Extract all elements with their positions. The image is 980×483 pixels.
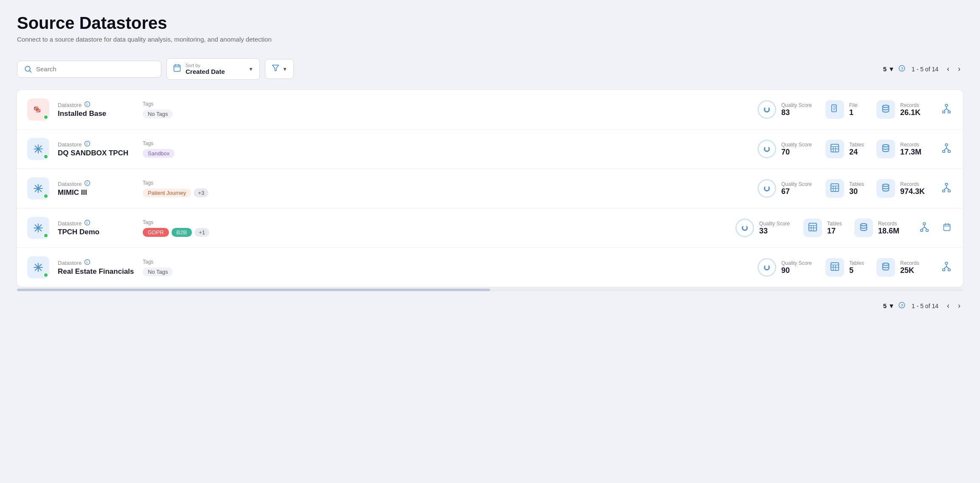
datastore-list: Datastore i Installed Base Tags No Tags	[17, 90, 963, 287]
tag-pill: +1	[194, 228, 209, 237]
file-table-icon-wrap	[825, 179, 844, 198]
records-value: 26.1K	[900, 108, 921, 117]
scrollbar-thumb	[17, 289, 490, 291]
bottom-page-size-chevron: ▼	[888, 302, 895, 309]
tags-wrap: Sandbox	[143, 149, 749, 158]
tag-pill: Sandbox	[143, 149, 175, 158]
calendar-icon[interactable]	[941, 221, 953, 235]
bottom-help-icon[interactable]: ?	[898, 301, 906, 311]
info-icon[interactable]: i	[84, 219, 90, 227]
svg-line-62	[946, 188, 949, 190]
file-count-label: File	[849, 102, 857, 108]
bottom-prev-page-button[interactable]: ‹	[944, 300, 952, 312]
svg-text:i: i	[87, 261, 87, 264]
info-icon[interactable]: i	[84, 259, 90, 267]
calendar-sort-icon	[173, 64, 181, 74]
datastore-icon-wrap	[27, 177, 49, 199]
info-icon[interactable]: i	[84, 180, 90, 188]
svg-rect-100	[943, 269, 945, 271]
datastore-type-label: Datastore	[58, 141, 82, 148]
svg-text:?: ?	[901, 303, 903, 307]
svg-rect-39	[943, 150, 945, 152]
svg-rect-21	[948, 111, 951, 113]
info-icon[interactable]: i	[84, 101, 90, 109]
page-size-selector[interactable]: 5 ▼	[883, 65, 895, 73]
file-table-icon-wrap	[803, 219, 822, 237]
records-value: 17.3M	[900, 148, 921, 157]
svg-point-37	[883, 145, 889, 147]
svg-point-48	[37, 188, 39, 189]
datastore-row[interactable]: Datastore i DQ SANDBOX TPCH Tags Sandbox	[17, 129, 963, 169]
datastore-info: Datastore i DQ SANDBOX TPCH	[58, 140, 134, 157]
records-icon-wrap	[876, 179, 895, 198]
svg-rect-40	[948, 150, 951, 152]
datastore-row[interactable]: Datastore i Real Estate Financials Tags …	[17, 248, 963, 287]
datastore-row[interactable]: Datastore i TPCH Demo Tags GDPRB2B+1	[17, 208, 963, 248]
sort-box-inner: Sort by Created Date	[186, 63, 244, 75]
status-dot	[43, 233, 48, 238]
file-count-value: 5	[849, 266, 864, 275]
tags-label: Tags	[143, 219, 727, 225]
svg-rect-19	[945, 104, 948, 106]
datastore-name: DQ SANDBOX TPCH	[58, 149, 134, 157]
svg-line-80	[922, 227, 924, 230]
datastore-type-label: Datastore	[58, 220, 82, 227]
file-tables-metric: Tables 30	[825, 179, 868, 198]
prev-page-button[interactable]: ‹	[944, 63, 952, 75]
quality-score-label: Quality Score	[781, 181, 812, 187]
file-table-icon-wrap	[825, 140, 844, 158]
records-icon	[881, 143, 890, 154]
datastore-icon-wrap	[27, 98, 49, 121]
page-title: Source Datastores	[17, 14, 963, 32]
quality-score-label: Quality Score	[759, 221, 790, 227]
file-icon	[830, 104, 839, 115]
svg-rect-76	[923, 222, 926, 225]
tags-section: Tags No Tags	[143, 259, 749, 276]
tags-wrap: GDPRB2B+1	[143, 228, 727, 237]
datastore-row[interactable]: Datastore i Installed Base Tags No Tags	[17, 90, 963, 129]
records-metric: Records 974.3K	[876, 179, 932, 198]
info-icon[interactable]: i	[84, 140, 90, 148]
svg-point-90	[37, 267, 39, 268]
svg-rect-51	[831, 184, 839, 191]
file-count-label: Tables	[849, 181, 864, 187]
svg-text:i: i	[87, 142, 87, 146]
tags-section: Tags GDPRB2B+1	[143, 219, 727, 237]
quality-score-value: 33	[759, 227, 790, 236]
svg-text:?: ?	[901, 66, 903, 70]
tags-label: Tags	[143, 140, 749, 146]
filter-chevron-icon: ▼	[282, 66, 287, 72]
svg-point-29	[37, 148, 39, 150]
search-input[interactable]	[36, 65, 154, 73]
records-icon	[881, 262, 890, 273]
filter-button[interactable]: ▼	[265, 59, 294, 79]
tags-label: Tags	[143, 180, 749, 186]
scrollbar-track[interactable]	[17, 289, 963, 291]
svg-point-67	[37, 227, 39, 229]
svg-line-42	[944, 148, 946, 151]
topology-icon[interactable]	[940, 102, 953, 117]
bottom-page-size-selector[interactable]: 5 ▼	[883, 302, 895, 309]
topology-icon[interactable]	[940, 181, 953, 196]
svg-rect-11	[35, 108, 39, 111]
svg-rect-2	[174, 65, 180, 71]
help-icon[interactable]: ?	[898, 65, 906, 74]
topology-icon[interactable]	[940, 260, 953, 275]
next-page-button[interactable]: ›	[955, 63, 963, 75]
tag-pill: GDPR	[143, 228, 169, 237]
svg-line-24	[946, 109, 949, 111]
page-size-chevron: ▼	[888, 65, 895, 73]
search-box[interactable]	[17, 61, 161, 78]
datastore-row[interactable]: Datastore i MIMIC III Tags Patient Journ…	[17, 169, 963, 208]
records-icon	[881, 183, 890, 194]
datastore-type-label: Datastore	[58, 102, 82, 108]
sort-dropdown[interactable]: Sort by Created Date ▼	[166, 58, 260, 80]
bottom-next-page-button[interactable]: ›	[955, 300, 963, 312]
quality-score-metric: Quality Score 33	[735, 219, 795, 237]
page-size-value: 5	[883, 65, 887, 73]
tag-pill: +3	[194, 188, 208, 197]
topology-icon[interactable]	[918, 221, 931, 236]
tag-pill: No Tags	[143, 110, 173, 118]
topology-icon[interactable]	[940, 142, 953, 157]
datastore-info: Datastore i Installed Base	[58, 101, 134, 118]
